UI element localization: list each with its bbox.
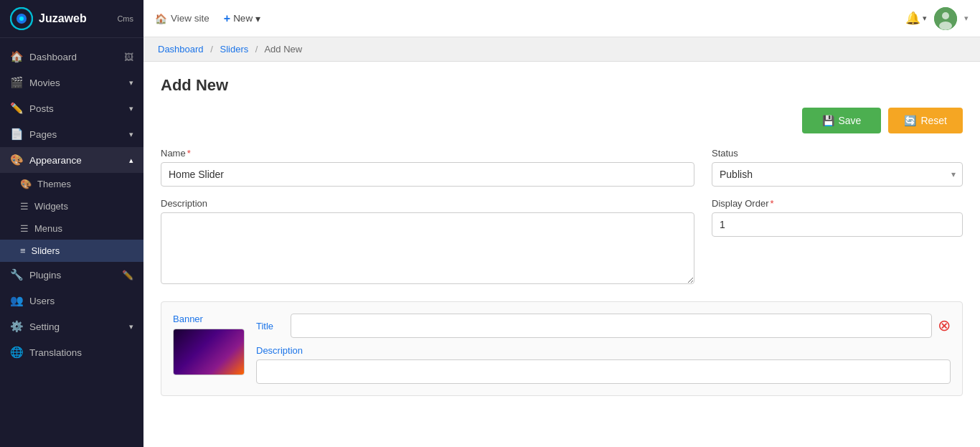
widgets-icon: ☰ (20, 201, 29, 212)
breadcrumb-sep-2: / (255, 44, 258, 55)
new-chevron-icon: ▾ (255, 13, 260, 24)
sidebar-sub-item-themes-label: Themes (37, 179, 71, 189)
main-area: 🏠 View site + New ▾ 🔔 ▾ ▾ (143, 0, 980, 447)
sidebar-item-translations-label: Translations (29, 347, 82, 358)
plugins-icon-right: ✏️ (122, 270, 133, 281)
status-select[interactable]: Publish Draft (712, 162, 963, 187)
banner-thumbnail (173, 329, 245, 375)
svg-point-2 (19, 17, 24, 21)
name-input[interactable] (161, 162, 694, 187)
status-label: Status (712, 148, 963, 159)
name-label: Name* (161, 148, 694, 159)
form-right: Status Publish Draft ▾ Display Order* (712, 148, 963, 284)
svg-point-4 (942, 12, 949, 19)
sidebar-sub-item-widgets-label: Widgets (34, 201, 68, 212)
banner-title-input[interactable] (291, 314, 932, 338)
logo-text: Juzaweb (39, 12, 87, 25)
view-site-button[interactable]: 🏠 View site (155, 13, 209, 24)
sidebar-sub-item-themes[interactable]: 🎨 Themes (0, 173, 143, 195)
sidebar-item-users[interactable]: 👥 Users (0, 288, 143, 314)
banner-close-button[interactable]: ⊗ (938, 318, 951, 334)
sidebar-item-pages-label: Pages (29, 129, 57, 140)
banner-thumbnail-image (174, 329, 244, 375)
status-select-wrap: Publish Draft ▾ (712, 162, 963, 187)
breadcrumb-dashboard[interactable]: Dashboard (158, 44, 204, 55)
sidebar-item-appearance-label: Appearance (29, 155, 82, 166)
top-navigation: 🏠 View site + New ▾ 🔔 ▾ ▾ (143, 0, 980, 37)
form-left: Name* Description (161, 148, 694, 284)
banner-row: Banner Title ⊗ Description (173, 314, 951, 384)
display-order-input[interactable] (712, 212, 963, 237)
reset-icon: 🔄 (904, 115, 916, 126)
menus-icon: ☰ (20, 223, 29, 234)
posts-chevron-icon: ▾ (129, 104, 133, 113)
save-button[interactable]: 💾 Save (802, 108, 882, 133)
posts-icon: ✏️ (10, 102, 24, 115)
sidebar-sub-item-sliders[interactable]: ≡ Sliders (0, 240, 143, 262)
name-required: * (187, 148, 191, 159)
form-grid: Name* Description Status Publish Draft (161, 148, 963, 284)
banner-col: Banner (173, 314, 245, 375)
dashboard-icon: 🏠 (10, 50, 24, 63)
sidebar-item-movies-label: Movies (29, 77, 60, 88)
sidebar-item-appearance[interactable]: 🎨 Appearance ▴ (0, 147, 143, 173)
sidebar-item-users-label: Users (29, 296, 55, 306)
breadcrumb-sliders[interactable]: Sliders (220, 44, 248, 55)
logo-icon (10, 7, 33, 30)
sidebar-sub-item-widgets[interactable]: ☰ Widgets (0, 195, 143, 217)
plugins-icon: 🔧 (10, 268, 24, 281)
sidebar: Juzaweb Cms 🏠 Dashboard 🖼 🎬 Movies ▾ ✏️ … (0, 0, 143, 447)
display-order-required: * (770, 198, 773, 209)
sidebar-item-pages[interactable]: 📄 Pages ▾ (0, 121, 143, 147)
name-field-group: Name* (161, 148, 694, 187)
topnav-left: 🏠 View site + New ▾ (155, 9, 894, 28)
sidebar-item-setting-label: Setting (29, 321, 60, 332)
sidebar-item-posts[interactable]: ✏️ Posts ▾ (0, 95, 143, 121)
avatar-image (934, 7, 957, 30)
banner-close-icon: ⊗ (938, 316, 951, 334)
home-icon: 🏠 (155, 13, 167, 24)
sidebar-item-dashboard[interactable]: 🏠 Dashboard 🖼 (0, 44, 143, 70)
banner-description-label: Description (256, 345, 951, 356)
sidebar-item-translations[interactable]: 🌐 Translations (0, 339, 143, 365)
appearance-icon: 🎨 (10, 154, 24, 166)
new-label: New (233, 13, 253, 24)
topnav-right: 🔔 ▾ ▾ (905, 7, 969, 30)
description-field-group: Description (161, 198, 694, 284)
banner-description-row: Description (256, 345, 951, 384)
breadcrumb-sep-1: / (210, 44, 213, 55)
setting-chevron-icon: ▾ (129, 322, 133, 331)
svg-point-5 (939, 22, 952, 30)
display-order-field-group: Display Order* (712, 198, 963, 237)
banner-label: Banner (173, 314, 245, 324)
pages-icon: 📄 (10, 128, 24, 141)
sliders-icon: ≡ (20, 245, 26, 256)
new-button[interactable]: + New ▾ (218, 9, 266, 28)
movies-chevron-icon: ▾ (129, 78, 133, 88)
sidebar-sub-item-menus[interactable]: ☰ Menus (0, 217, 143, 240)
breadcrumb: Dashboard / Sliders / Add New (143, 37, 980, 62)
cms-badge: Cms (117, 14, 133, 23)
sidebar-logo: Juzaweb Cms (0, 0, 143, 38)
sidebar-item-setting[interactable]: ⚙️ Setting ▾ (0, 314, 143, 339)
status-field-group: Status Publish Draft ▾ (712, 148, 963, 187)
banner-title-label: Title (256, 321, 285, 331)
main-content: Add New 💾 Save 🔄 Reset Name* Des (143, 62, 980, 447)
notification-button[interactable]: 🔔 ▾ (905, 11, 927, 26)
sidebar-item-movies[interactable]: 🎬 Movies ▾ (0, 70, 143, 95)
pages-chevron-icon: ▾ (129, 130, 133, 139)
banner-section: Banner Title ⊗ Description (161, 301, 963, 396)
sidebar-item-plugins[interactable]: 🔧 Plugins ✏️ (0, 262, 143, 288)
display-order-label: Display Order* (712, 198, 963, 209)
reset-button[interactable]: 🔄 Reset (888, 108, 963, 133)
breadcrumb-current: Add New (264, 44, 302, 55)
reset-label: Reset (920, 115, 947, 126)
banner-description-input[interactable] (256, 359, 951, 384)
banner-title-row: Title ⊗ (256, 314, 951, 338)
appearance-chevron-icon: ▴ (129, 156, 133, 165)
description-textarea[interactable] (161, 212, 694, 284)
save-icon: 💾 (822, 115, 834, 126)
avatar[interactable] (934, 7, 957, 30)
sidebar-item-dashboard-label: Dashboard (29, 52, 77, 62)
description-label: Description (161, 198, 694, 209)
